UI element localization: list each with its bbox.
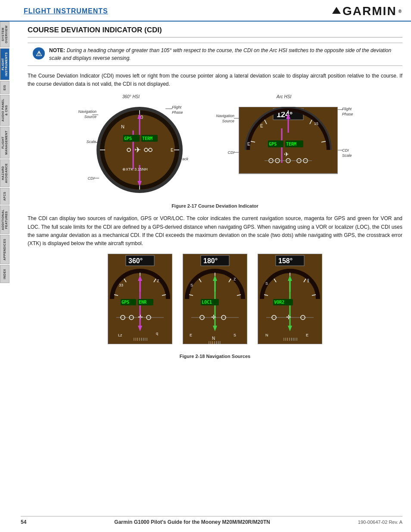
svg-text:TERM: TERM [286,142,296,146]
body-paragraph-2: The CDI can display two sources of navig… [28,215,402,248]
garmin-triangle-icon [332,7,341,14]
svg-text:E: E [306,333,308,337]
anno-arc-cdi-scale-line [337,150,342,150]
figure-2-18: 360° 33 Z [28,254,402,359]
note-body: During a heading change of greater than … [49,47,391,61]
svg-text:✈: ✈ [284,151,289,158]
sidebar-item-hazard-avoidance[interactable]: HAZARDAVOIDANCE [0,159,9,187]
anno-arc-flight-phase: FlightPhase [342,107,364,117]
svg-text:✈: ✈ [134,146,141,154]
section-title: Course Deviation Indicator (CDI) [28,26,402,37]
page-footer: 54 Garmin G1000 Pilot's Guide for the Mo… [21,516,402,525]
svg-text:||: || [307,278,309,283]
svg-text:| | | | | | | |: | | | | | | | | [283,337,297,341]
anno-cdi: CDI [71,176,94,181]
svg-text:Z: Z [234,277,236,281]
svg-text:GPS: GPS [269,142,277,146]
nav-img-loc1: 180° S Z [183,254,247,346]
svg-text:158°: 158° [278,257,293,264]
nav-img-gps-enr-svg: 360° 33 Z [108,254,172,344]
svg-text:⊕XTK 3.15NH: ⊕XTK 3.15NH [122,167,148,171]
svg-text:GPS: GPS [121,300,129,305]
anno-arc-flight-phase-line [337,109,342,110]
svg-text:360°: 360° [128,257,143,264]
note-box: ⚠ NOTE: During a heading change of great… [28,43,402,66]
sidebar-item-audio-panel[interactable]: AUDIO PANEL& CNS [0,95,9,125]
svg-text:E: E [247,142,250,146]
svg-text:| | | | | | |: | | | | | | | [209,340,221,344]
svg-text:E: E [190,333,192,337]
section-header-title: FLIGHT INSTRUMENTS [24,7,108,15]
hsi-360-wrapper: 360° HSI NavigationSource Scale CDI Flig… [66,94,196,200]
nav-img-gps-enr: 360° 33 Z [108,254,172,346]
svg-text:S: S [234,333,236,337]
sidebar-item-appendices[interactable]: APPENDICES [0,235,9,264]
svg-text:LOC1: LOC1 [202,300,212,305]
hsi-360-label: 360° HSI [122,94,140,99]
svg-text:N: N [265,333,268,337]
svg-text:GPS: GPS [124,136,132,141]
sidebar-item-index[interactable]: INDEX [0,265,9,283]
arc-hsi-svg: 124° E [239,107,338,176]
svg-text:S: S [265,281,268,286]
svg-text:Z: Z [157,279,159,283]
arc-hsi-label: Arc HSI [277,94,291,99]
svg-text:E: E [260,124,263,128]
figure-2-17-caption: Figure 2-17 Course Deviation Indicator [171,203,258,208]
hsi-360-area: NavigationSource Scale CDI FlightPhase C… [66,101,196,200]
anno-scale: Scale [68,140,96,145]
nav-img-loc1-svg: 180° S Z [183,254,247,344]
body-paragraph-1: The Course Deviation Indicator (CDI) mov… [28,72,402,88]
sidebar-item-flight-management[interactable]: FLIGHTMANAGEMENT [0,127,9,159]
nav-img-vor2: 158° S || [258,254,322,346]
anno-arc-cdi-scale: CDIScale [342,148,364,158]
svg-text:S: S [190,283,193,287]
sidebar-item-flight-instruments[interactable]: FLIGHTINSTRUMENTS [0,48,9,80]
figure-2-18-caption: Figure 2-18 Navigation Sources [180,354,250,359]
hsi-diagram-container: 360° HSI NavigationSource Scale CDI Flig… [28,94,402,200]
svg-text:VOR2: VOR2 [274,300,284,305]
nav-sources-images: 360° 33 Z [108,254,322,346]
anno-arc-cdi: CDI [209,150,234,156]
svg-text:N: N [121,124,125,129]
svg-text:ENR: ENR [139,300,147,305]
hsi-360-svg: 30 N E [97,107,183,193]
nav-img-vor2-svg: 158° S || [258,254,322,344]
svg-text:33: 33 [119,283,123,287]
page-header: FLIGHT INSTRUMENTS GARMIN® [0,0,411,22]
arc-hsi-wrapper: Arc HSI NavigationSource CDI FlightPhase… [204,94,364,200]
garmin-logo: GARMIN® [332,4,402,18]
arc-hsi-area: NavigationSource CDI FlightPhase CDIScal… [204,101,364,200]
note-icon: ⚠ [33,47,45,59]
note-text: NOTE: During a heading change of greater… [49,47,397,62]
svg-text:15: 15 [314,121,318,126]
svg-text:TERM: TERM [142,136,153,141]
page-number: 54 [21,519,26,525]
anno-arc-nav-source: NavigationSource [204,114,234,124]
svg-text:E: E [171,148,174,152]
sidebar-item-system-overview[interactable]: SYSTEMOVERVIEW [0,22,9,47]
footer-doc: 190-00647-02 Rev. A [358,520,402,525]
footer-title: Garmin G1000 Pilot's Guide for the Moone… [114,519,270,525]
sidebar-item-eis[interactable]: EIS [0,81,9,94]
svg-text:Lz: Lz [118,333,122,337]
main-content: Course Deviation Indicator (CDI) ⚠ NOTE:… [21,22,411,373]
figure-2-17: 360° HSI NavigationSource Scale CDI Flig… [28,94,402,208]
sidebar-item-afcs[interactable]: AFCS [0,188,9,205]
svg-text:180°: 180° [203,257,218,264]
svg-text:| | | | | | | |: | | | | | | | | [134,337,147,341]
sidebar-item-additional-features[interactable]: ADDITIONALFEATURES [0,205,9,234]
sidebar: SYSTEMOVERVIEW FLIGHTINSTRUMENTS EIS AUD… [0,17,18,284]
svg-text:q: q [156,331,158,336]
